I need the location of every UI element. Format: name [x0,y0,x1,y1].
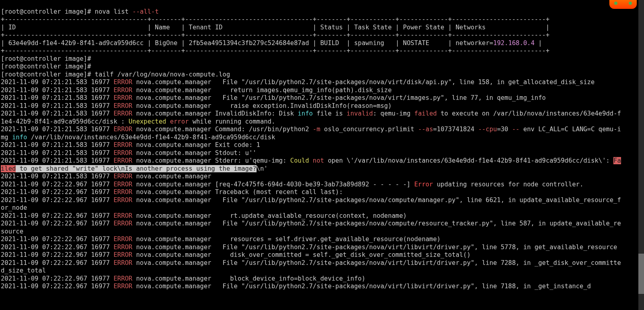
scrollbar-thumb[interactable] [638,254,644,294]
terminal-output[interactable]: [root@controller image]# nova list --all… [0,0,624,310]
table-row: | 63e4e9dd-f1e4-42b9-8f41-ad9ca959d6cc |… [1,39,542,47]
log-line: 2021-11-09 07:22:22.967 16977 ERROR nova… [1,236,441,243]
log-line: 2021-11-09 07:21:21.583 16977 ERROR nova… [1,87,392,94]
log-line: 2021-11-09 07:22:22.967 16977 ERROR nova… [1,259,621,275]
log-line: 2021-11-09 07:21:21.583 16977 ERROR nova… [1,173,211,180]
log-line: 2021-11-09 07:21:21.583 16977 ERROR nova… [1,102,392,110]
log-line: 2021-11-09 07:22:22.967 16977 ERROR nova… [1,188,343,196]
log-line: 2021-11-09 07:22:22.967 16977 ERROR nova… [1,196,621,212]
table-border: +--------------------------------------+… [1,31,549,39]
shell-prompt: [root@controller image]# [1,8,91,15]
log-line: 2021-11-09 07:22:22.967 16977 ERROR nova… [1,244,617,251]
table-header: | ID | Name | Tenant ID | Status | Task … [1,24,549,31]
log-line: 2021-11-09 07:21:21.583 16977 ERROR nova… [1,149,257,157]
log-line: 2021-11-09 07:21:21.583 16977 ERROR nova… [1,157,621,172]
log-line: 2021-11-09 07:22:22.967 16977 ERROR nova… [1,212,407,219]
cmd-nova-opt: --all-t [133,8,159,15]
shell-prompt: [root@controller image]# [1,55,91,62]
log-line: 2021-11-09 07:22:22.967 16977 ERROR nova… [1,220,621,235]
scrollbar[interactable] [638,0,644,310]
log-line: 2021-11-09 07:22:22.967 16977 ERROR nova… [1,181,583,188]
cmd-nova: nova list [95,8,132,15]
log-line: 2021-11-09 07:21:21.583 16977 ERROR nova… [1,141,260,149]
table-border: +--------------------------------------+… [1,47,549,54]
shell-prompt: [root@controller image]# [1,71,91,78]
log-line: 2021-11-09 07:21:21.583 16977 ERROR nova… [1,94,546,101]
shell-prompt: [root@controller image]# [1,63,91,70]
log-line: 2021-11-09 07:21:21.583 16977 ERROR nova… [1,110,621,125]
log-line: 2021-11-09 07:21:21.583 16977 ERROR nova… [1,126,621,141]
log-line: 2021-11-09 07:22:22.967 16977 ERROR nova… [1,283,591,290]
highlight-lock-msg: to get shared "write" lock\nIs another p… [16,165,256,172]
log-line: 2021-11-09 07:22:22.967 16977 ERROR nova… [1,275,365,282]
app-badge-icon [609,0,637,9]
cmd-tailf: tailf /var/log/nova/nova-compute.log [95,71,230,78]
log-line: 2021-11-09 07:22:22.967 16977 ERROR nova… [1,251,471,258]
log-line: 2021-11-09 07:21:21.583 16977 ERROR nova… [1,79,594,86]
table-border: +--------------------------------------+… [1,16,549,23]
